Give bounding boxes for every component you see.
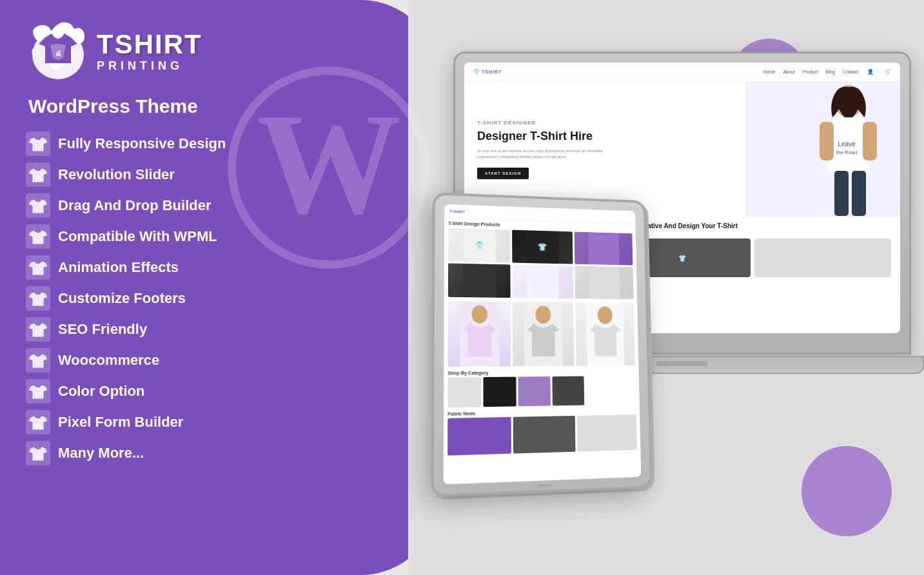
tablet-news-3 bbox=[576, 414, 636, 452]
tablet-brand: T-SHIRT bbox=[449, 209, 465, 213]
feature-item-more: Many More... bbox=[26, 441, 400, 465]
svg-text:the Road: the Road bbox=[836, 150, 857, 155]
screen-hero-img: Leave the Road bbox=[745, 82, 900, 217]
tshirt-icon-more bbox=[26, 441, 50, 465]
svg-point-33 bbox=[472, 305, 488, 323]
feature-text-dragdrop: Drag And Drop Builder bbox=[58, 197, 211, 214]
nav-link-product: Product bbox=[803, 70, 818, 74]
tablet-cat-1 bbox=[447, 377, 481, 407]
screen-logo: 👕 TSHIRT bbox=[473, 69, 502, 75]
tablet-home-btn bbox=[537, 483, 553, 487]
svg-rect-30 bbox=[527, 265, 559, 298]
feature-text-pixel: Pixel Form Builder bbox=[58, 414, 183, 431]
tablet-product-grid: 👕 👕 bbox=[448, 228, 634, 300]
screen-hero-title: Designer T-Shirt Hire bbox=[477, 130, 732, 144]
logo-icon: 🖨 bbox=[26, 19, 90, 84]
feature-text-animation: Animation Effects bbox=[58, 259, 179, 276]
tablet-mockup: T-SHIRT T-Shirt Design Products 👕 👕 bbox=[431, 192, 653, 497]
svg-rect-23 bbox=[852, 171, 866, 216]
svg-rect-21 bbox=[863, 122, 877, 161]
nav-link-contact: Contact bbox=[843, 70, 858, 74]
tablet-news-1 bbox=[447, 417, 511, 456]
screen-nav-links: Home About Product Blog Contact bbox=[763, 70, 858, 74]
feature-text-color: Color Option bbox=[58, 383, 144, 400]
tablet-product-6 bbox=[575, 266, 633, 300]
brand-name: TSHIRT bbox=[97, 31, 202, 58]
feature-text-wpml: Compatible With WPML bbox=[58, 228, 217, 245]
feature-item-slider: Revolution Slider bbox=[26, 162, 400, 187]
svg-rect-29 bbox=[463, 264, 496, 298]
feature-item-seo: SEO Friendly bbox=[26, 317, 400, 342]
svg-text:🖨: 🖨 bbox=[55, 50, 61, 57]
tablet-content: T-Shirt Design Products 👕 👕 bbox=[444, 219, 641, 459]
nav-link-about: About bbox=[783, 70, 794, 74]
svg-text:👕: 👕 bbox=[538, 242, 547, 251]
tablet-model-1 bbox=[448, 301, 511, 367]
screen-hero-desc: At vero eos et accusamus et iusto odio d… bbox=[477, 148, 606, 160]
tablet-product-2: 👕 bbox=[512, 230, 573, 264]
tablet-cat-2 bbox=[483, 377, 516, 407]
svg-rect-31 bbox=[589, 266, 620, 299]
tablet-category-row bbox=[447, 376, 636, 407]
svg-text:Leave: Leave bbox=[838, 141, 856, 148]
feature-item-footers: Customize Footers bbox=[26, 286, 400, 311]
tablet-product-5 bbox=[513, 265, 573, 299]
tshirt-icon-slider bbox=[26, 162, 50, 187]
tshirt-icon-animation bbox=[26, 255, 50, 280]
tablet-model-2 bbox=[513, 302, 574, 366]
tablet-screen: T-SHIRT T-Shirt Design Products 👕 👕 bbox=[444, 204, 642, 485]
tshirt-icon-footers bbox=[26, 286, 50, 311]
nav-icon-user: 👤 bbox=[867, 69, 874, 75]
tablet-model-strip bbox=[448, 301, 635, 367]
theme-label: WordPress Theme bbox=[28, 95, 400, 117]
feature-item-responsive: Fully Responsive Design bbox=[26, 132, 400, 156]
nav-icon-cart: 🛒 bbox=[885, 69, 891, 75]
tablet-product-1: 👕 bbox=[448, 228, 511, 263]
tshirt-icon-color bbox=[26, 379, 50, 404]
feature-item-pixel: Pixel Form Builder bbox=[26, 410, 400, 434]
svg-rect-28 bbox=[588, 232, 619, 265]
feature-item-animation: Animation Effects bbox=[26, 255, 400, 280]
tablet-product-3 bbox=[574, 232, 633, 266]
feature-list: Fully Responsive Design Revolution Slide… bbox=[26, 132, 400, 465]
tablet-product-4 bbox=[448, 263, 511, 298]
feature-item-woo: Woocommerce bbox=[26, 348, 400, 373]
feature-text-footers: Customize Footers bbox=[58, 290, 186, 307]
tablet-news-row bbox=[447, 414, 637, 456]
feature-item-color: Color Option bbox=[26, 379, 400, 404]
screen-nav-icons: 👤 ♡ 🛒 bbox=[867, 69, 891, 75]
feature-text-woo: Woocommerce bbox=[58, 352, 159, 369]
right-panel: 👕 TSHIRT Home About Product Blog Contact… bbox=[408, 0, 924, 575]
feature-text-seo: SEO Friendly bbox=[58, 321, 147, 338]
tshirt-icon-wpml bbox=[26, 224, 50, 249]
svg-text:👕: 👕 bbox=[475, 240, 484, 250]
tablet-news-2 bbox=[513, 416, 575, 454]
logo-text-area: TSHIRT PRINTING bbox=[97, 31, 202, 73]
svg-rect-22 bbox=[834, 171, 849, 216]
tshirt-icon-responsive bbox=[26, 132, 50, 156]
screen-hero-btn: START DESIGN bbox=[477, 168, 529, 179]
tshirt-icon-dragdrop bbox=[26, 193, 50, 218]
tshirt-icon-seo bbox=[26, 317, 50, 342]
nav-link-home: Home bbox=[763, 70, 776, 74]
feature-item-dragdrop: Drag And Drop Builder bbox=[26, 193, 400, 218]
svg-rect-20 bbox=[820, 122, 834, 161]
tshirt-icon-pixel bbox=[26, 410, 50, 434]
screen-hero-tag: T-SHIRT DESIGNER bbox=[477, 120, 732, 126]
nav-link-blog: Blog bbox=[826, 70, 835, 74]
tablet-cat-4 bbox=[552, 376, 584, 406]
brand-subtitle: PRINTING bbox=[97, 59, 202, 73]
feature-text-more: Many More... bbox=[58, 445, 144, 462]
logo-area: 🖨 TSHIRT PRINTING bbox=[26, 19, 400, 84]
tablet-model-3 bbox=[575, 302, 635, 366]
nav-icon-heart: ♡ bbox=[877, 69, 881, 75]
tablet-section2-title: Shop By Category bbox=[447, 369, 635, 375]
feature-text-slider: Revolution Slider bbox=[58, 166, 175, 183]
left-panel: 🖨 TSHIRT PRINTING WordPress Theme Fully … bbox=[0, 0, 426, 575]
tablet-outer: T-SHIRT T-Shirt Design Products 👕 👕 bbox=[431, 192, 653, 497]
tablet-cat-3 bbox=[518, 376, 550, 406]
feature-text-responsive: Fully Responsive Design bbox=[58, 135, 226, 152]
feature-item-wpml: Compatible With WPML bbox=[26, 224, 400, 249]
tshirt-icon-woo bbox=[26, 348, 50, 373]
screen-product-3 bbox=[754, 239, 891, 277]
